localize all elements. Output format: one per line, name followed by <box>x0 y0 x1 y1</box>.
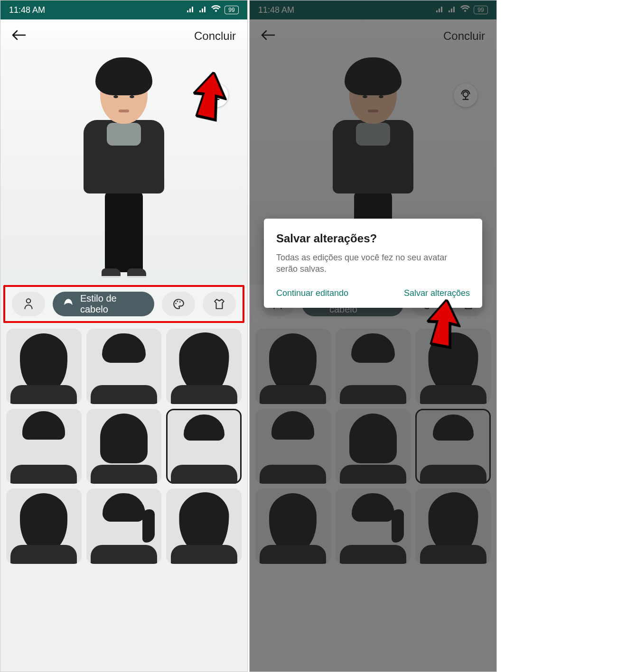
hair-option[interactable] <box>86 488 162 564</box>
save-dialog: Salvar alterações? Todas as edições que … <box>264 219 482 308</box>
hair-option[interactable] <box>86 409 162 484</box>
hair-option[interactable] <box>86 329 162 404</box>
modal-overlay[interactable] <box>250 0 496 672</box>
save-changes-button[interactable]: Salvar alterações <box>404 288 470 298</box>
hair-grid <box>0 323 247 570</box>
hair-option[interactable] <box>6 488 82 564</box>
hair-option[interactable] <box>166 409 242 484</box>
status-bar: 11:48 AM 99 <box>0 0 247 19</box>
svg-point-4 <box>177 301 178 302</box>
category-hair-label: Estilo de cabelo <box>80 293 146 315</box>
mirror-button[interactable] <box>205 83 228 107</box>
signal-icon <box>187 5 195 15</box>
category-bar: Estilo de cabelo <box>3 285 244 323</box>
wifi-icon <box>211 5 221 15</box>
hair-option[interactable] <box>166 329 242 404</box>
hair-option[interactable] <box>166 488 242 564</box>
avatar <box>84 57 164 278</box>
category-hair[interactable]: Estilo de cabelo <box>53 292 154 316</box>
concluir-button[interactable]: Concluir <box>194 29 236 43</box>
status-right: 99 <box>187 5 239 15</box>
signal-icon <box>199 5 207 15</box>
palette-icon <box>172 298 185 310</box>
dialog-body: Todas as edições que você fez no seu ava… <box>276 252 470 275</box>
mirror-icon <box>210 89 223 101</box>
screen-editor: 11:48 AM 99 Concluir <box>0 0 248 672</box>
back-arrow-icon[interactable] <box>12 28 26 44</box>
continue-editing-button[interactable]: Continuar editando <box>276 288 348 298</box>
category-color[interactable] <box>162 292 195 316</box>
dialog-title: Salvar alterações? <box>276 232 470 245</box>
status-time: 11:48 AM <box>9 5 45 15</box>
avatar-preview <box>0 53 247 285</box>
svg-point-5 <box>179 301 181 303</box>
screen-dialog: 11:48 AM 99 Concluir <box>249 0 497 672</box>
battery-icon: 99 <box>224 6 239 14</box>
hair-option[interactable] <box>6 329 82 404</box>
svg-point-2 <box>27 299 31 303</box>
category-body[interactable] <box>12 292 45 316</box>
hair-icon <box>62 297 75 312</box>
editor-header: Concluir <box>0 19 247 53</box>
hair-option[interactable] <box>6 409 82 484</box>
svg-point-3 <box>175 303 177 304</box>
category-outfit[interactable] <box>203 292 236 316</box>
body-icon <box>22 298 35 310</box>
outfit-icon <box>213 298 225 310</box>
svg-point-0 <box>214 92 219 97</box>
